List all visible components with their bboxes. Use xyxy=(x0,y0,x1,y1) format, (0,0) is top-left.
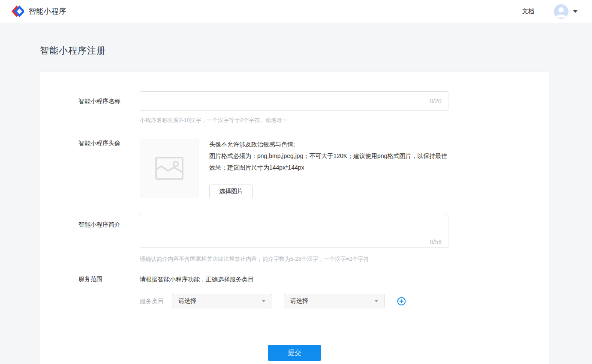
miniprogram-intro-textarea[interactable] xyxy=(140,214,448,248)
submit-button[interactable]: 提交 xyxy=(268,345,321,361)
intro-label: 智能小程序简介 xyxy=(78,214,140,263)
chevron-down-icon xyxy=(261,300,266,302)
name-char-counter: 0/20 xyxy=(430,98,442,104)
chevron-down-icon xyxy=(374,300,379,302)
name-help-text: 小程序名称长度2-10汉字，一个汉字等于2个字符。命名唯一 xyxy=(140,116,448,124)
submit-row: 提交 xyxy=(40,345,549,361)
scope-label: 服务范围 xyxy=(78,275,140,308)
choose-image-button[interactable]: 选择图片 xyxy=(209,185,253,198)
brand-home-link[interactable]: 智能小程序 xyxy=(12,5,66,18)
user-menu[interactable] xyxy=(554,4,577,19)
category-select-level1[interactable]: 请选择 xyxy=(172,294,272,308)
avatar-rule-line2: 图片格式必须为：png,bmp,jpeg,jpg；不可大于120K；建议使用pn… xyxy=(209,150,449,173)
add-circle-icon xyxy=(397,297,406,306)
name-label: 智能小程序名称 xyxy=(78,91,140,124)
image-placeholder-icon xyxy=(155,157,183,180)
category-select-level2-value: 请选择 xyxy=(290,297,308,305)
category-select-level2[interactable]: 请选择 xyxy=(284,294,385,308)
user-avatar xyxy=(554,4,568,19)
intro-help-text: 请确认简介内容不含国家相关法律法规禁止内容，简介字数为5-28个汉字，一个汉字=… xyxy=(140,255,448,263)
registration-form-card: 智能小程序名称 0/20 小程序名称长度2-10汉字，一个汉字等于2个字符。命名… xyxy=(40,72,549,364)
intro-char-counter: 0/56 xyxy=(430,239,442,245)
form-row-name: 智能小程序名称 0/20 小程序名称长度2-10汉字，一个汉字等于2个字符。命名… xyxy=(40,91,549,124)
avatar-image-placeholder xyxy=(140,139,198,197)
category-label: 服务类目 xyxy=(140,294,164,305)
miniprogram-name-input[interactable] xyxy=(140,91,448,111)
brand-title: 智能小程序 xyxy=(29,6,66,16)
avatar-rule-line1: 头像不允许涉及政治敏感与色情; xyxy=(209,139,449,150)
avatar-label: 智能小程序头像 xyxy=(78,139,140,198)
category-select-level1-value: 请选择 xyxy=(178,297,196,305)
form-row-scope: 服务范围 请根据智能小程序功能，正确选择服务类目 服务类目 请选择 请选择 xyxy=(40,275,549,308)
page-title: 智能小程序注册 xyxy=(40,45,592,57)
docs-link[interactable]: 文档 xyxy=(522,8,534,15)
top-navbar: 智能小程序 文档 xyxy=(0,0,592,23)
add-category-button[interactable] xyxy=(397,297,406,306)
form-row-intro: 智能小程序简介 0/56 请确认简介内容不含国家相关法律法规禁止内容，简介字数为… xyxy=(40,214,549,263)
scope-instruction: 请根据智能小程序功能，正确选择服务类目 xyxy=(140,275,406,283)
app-logo-icon xyxy=(12,5,24,18)
caret-down-icon xyxy=(573,10,577,13)
form-row-avatar: 智能小程序头像 头像不允许涉及政治敏感与色情; 图片格式必须为：png,bm xyxy=(40,139,549,198)
